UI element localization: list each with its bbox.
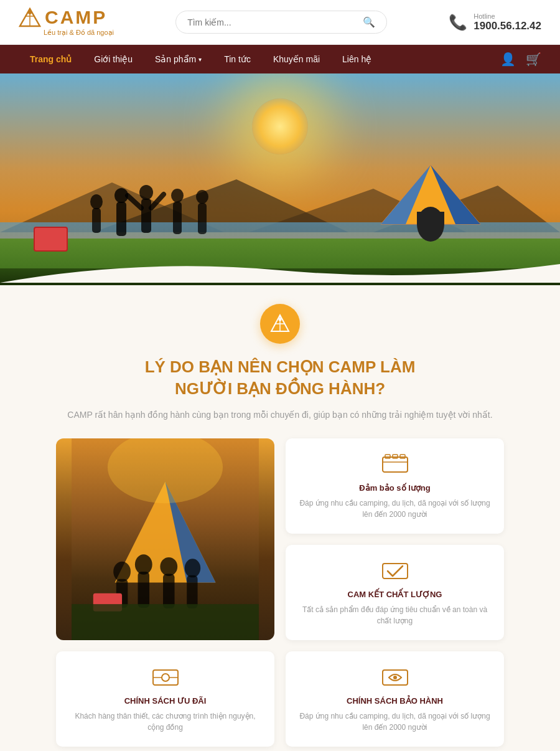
svg-point-21 <box>171 189 184 202</box>
why-image <box>56 438 274 640</box>
svg-rect-41 <box>72 604 259 640</box>
feature-card-1: Đảm bảo số lượng Đáp ứng nhu cầu camping… <box>286 438 504 534</box>
svg-point-34 <box>135 554 152 574</box>
svg-rect-37 <box>163 574 175 609</box>
hotline-area: 📞 Hotline 1900.56.12.42 <box>449 12 541 32</box>
svg-rect-43 <box>383 457 408 472</box>
cart-icon[interactable]: 🛒 <box>526 52 541 67</box>
svg-point-17 <box>139 185 153 200</box>
chevron-down-icon: ▾ <box>198 56 202 63</box>
feature-icon-2 <box>298 559 492 583</box>
feature-card-2: CAM KẾT CHẤT LƯỢNG Tất cả sản phẩm đều đ… <box>286 545 504 640</box>
hero-section <box>0 73 560 285</box>
feature-title-2: CAM KẾT CHẤT LƯỢNG <box>298 590 492 599</box>
svg-point-36 <box>160 557 177 576</box>
svg-line-20 <box>151 194 164 208</box>
logo-tent-icon <box>19 7 41 27</box>
navbar: Trang chủ Giới thiệu Sản phẩm ▾ Tin tức … <box>0 45 560 73</box>
svg-rect-22 <box>173 202 182 234</box>
svg-point-54 <box>393 676 397 679</box>
logo-text[interactable]: CAMP <box>45 8 107 27</box>
feature-card-3: CHÍNH SÁCH ƯU ĐÃI Khách hàng thân thiết,… <box>56 651 274 747</box>
hero-people <box>84 183 221 252</box>
why-grid: Đảm bảo số lượng Đáp ứng nhu cầu camping… <box>56 438 504 747</box>
why-section: LÝ DO BẠN NÊN CHỌN CAMP LÀM NGƯỜI BẠN ĐỒ… <box>0 285 560 751</box>
feature-card-4: CHÍNH SÁCH BẢO HÀNH Đáp ứng nhu cầu camp… <box>286 651 504 747</box>
search-input[interactable] <box>187 17 363 27</box>
nav-item-sanpham[interactable]: Sản phẩm ▾ <box>144 45 213 73</box>
feature-title-3: CHÍNH SÁCH ƯU ĐÃI <box>68 696 262 706</box>
hero-tent <box>368 162 493 249</box>
svg-rect-12 <box>417 212 444 224</box>
hero-cooler <box>34 227 68 252</box>
svg-point-50 <box>162 674 169 681</box>
svg-rect-16 <box>116 202 126 236</box>
feature-desc-1: Đáp ứng nhu cầu camping, du lịch, dã ngo… <box>298 498 492 520</box>
why-title: LÝ DO BẠN NÊN CHỌN CAMP LÀM NGƯỜI BẠN ĐỒ… <box>37 356 523 400</box>
user-icon[interactable]: 👤 <box>500 52 516 67</box>
camping-icon <box>270 314 290 334</box>
feature-title-4: CHÍNH SÁCH BẢO HÀNH <box>298 696 492 706</box>
svg-line-19 <box>128 196 141 208</box>
svg-rect-48 <box>383 564 408 579</box>
hotline-number[interactable]: 1900.56.12.42 <box>474 20 541 32</box>
svg-point-32 <box>113 562 131 582</box>
svg-rect-14 <box>92 208 101 233</box>
svg-rect-39 <box>187 575 197 608</box>
svg-point-2 <box>28 11 32 14</box>
nav-item-khuyenmai[interactable]: Khuyến mãi <box>262 45 331 73</box>
search-bar: 🔍 <box>175 11 387 34</box>
logo-subtitle: Lều trại & Đồ dã ngoại <box>44 29 114 37</box>
why-badge <box>260 304 300 344</box>
svg-point-38 <box>185 559 200 577</box>
hotline-label: Hotline <box>474 12 541 20</box>
why-subtitle: CAMP rất hân hạnh đồng hành cùng bạn tro… <box>37 410 523 420</box>
svg-rect-24 <box>198 203 207 234</box>
svg-point-13 <box>90 194 103 209</box>
nav-item-tintuc[interactable]: Tin tức <box>213 45 262 73</box>
feature-icon-3 <box>68 665 262 690</box>
svg-rect-18 <box>141 199 151 233</box>
feature-desc-2: Tất cả sản phẩm đều đáp ứng tiêu chuẩn v… <box>298 604 492 626</box>
feature-icon-1 <box>298 452 492 477</box>
nav-item-lienhe[interactable]: Liên hệ <box>331 45 383 73</box>
feature-desc-3: Khách hàng thân thiết, các chương trình … <box>68 711 262 733</box>
feature-title-1: Đảm bảo số lượng <box>298 483 492 493</box>
svg-point-23 <box>196 190 208 204</box>
search-icon[interactable]: 🔍 <box>363 16 375 28</box>
svg-point-28 <box>279 318 282 321</box>
nav-item-trangchu[interactable]: Trang chủ <box>19 45 83 73</box>
phone-icon: 📞 <box>449 14 467 31</box>
feature-desc-4: Đáp ứng nhu cầu camping, du lịch, dã ngo… <box>298 711 492 733</box>
svg-rect-35 <box>138 572 150 608</box>
nav-item-gioithieu[interactable]: Giới thiệu <box>83 45 144 73</box>
hero-sun <box>252 98 308 154</box>
feature-icon-4 <box>298 665 492 690</box>
logo: CAMP Lều trại & Đồ dã ngoại <box>19 7 114 37</box>
header: CAMP Lều trại & Đồ dã ngoại 🔍 📞 Hotline … <box>0 0 560 45</box>
